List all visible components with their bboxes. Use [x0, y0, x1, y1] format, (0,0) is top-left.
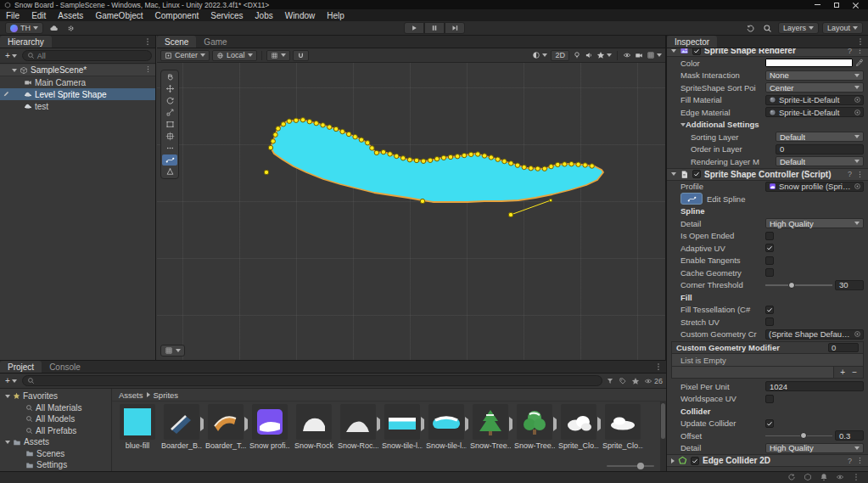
- pixel-per-unit-field[interactable]: 1024: [765, 381, 864, 391]
- tab-inspector[interactable]: Inspector: [667, 36, 717, 48]
- fill-tessellation-c-checkbox[interactable]: [765, 306, 774, 314]
- edit-spline-button[interactable]: [680, 193, 703, 205]
- spline-point[interactable]: [287, 119, 291, 123]
- adaptive-uv-checkbox[interactable]: [765, 244, 774, 252]
- spline-point[interactable]: [407, 157, 412, 161]
- grid-snap-dropdown[interactable]: [266, 50, 290, 61]
- tab-hierarchy[interactable]: Hierarchy: [0, 36, 52, 48]
- spline-point[interactable]: [563, 162, 567, 166]
- spline-point[interactable]: [264, 170, 268, 174]
- asset-tile[interactable]: Boarder_B...: [161, 404, 202, 450]
- stretch-uv-checkbox[interactable]: [765, 317, 774, 326]
- effects-dropdown[interactable]: [596, 51, 612, 59]
- spline-point[interactable]: [374, 150, 378, 154]
- list-header-custom-geometry-modifier[interactable]: Custom Geometry Modifier0: [671, 341, 864, 354]
- spline-point[interactable]: [542, 166, 546, 171]
- list-remove-button[interactable]: −: [852, 368, 857, 377]
- global-search-button[interactable]: [761, 22, 775, 34]
- edge-material-object-field[interactable]: Sprite-Lit-Default: [765, 107, 864, 117]
- project-tree-all-materials[interactable]: All Materials: [0, 402, 111, 414]
- spline-point[interactable]: [590, 164, 594, 168]
- spline-point[interactable]: [328, 125, 332, 129]
- layout-dropdown[interactable]: Layout: [822, 22, 863, 34]
- offset-value-field[interactable]: 0.3: [835, 430, 864, 441]
- hierarchy-menu-button[interactable]: [143, 36, 155, 48]
- spline-point[interactable]: [475, 152, 479, 156]
- spline-point[interactable]: [340, 129, 344, 133]
- kebab-menu-icon[interactable]: [856, 48, 864, 54]
- spline-point[interactable]: [455, 154, 459, 158]
- component-header-edge-collider-2d[interactable]: Edge Collider 2D?: [667, 454, 868, 467]
- spline-point[interactable]: [569, 161, 574, 166]
- color-swatch[interactable]: [765, 59, 853, 67]
- detail-dropdown[interactable]: High Quality: [765, 443, 864, 453]
- project-tree-scenes[interactable]: Scenes: [0, 448, 111, 460]
- spline-point[interactable]: [359, 138, 363, 142]
- window-maximize-button[interactable]: [834, 3, 839, 8]
- tangent-handle[interactable]: [511, 200, 551, 215]
- object-picker-icon[interactable]: [854, 96, 861, 104]
- spline-point[interactable]: [576, 162, 580, 166]
- spline-point[interactable]: [515, 163, 519, 167]
- project-scrollbar[interactable]: [660, 402, 666, 471]
- spriteshape-sort-poi-dropdown[interactable]: Center: [765, 82, 864, 93]
- camera-preview-toggle[interactable]: [635, 51, 643, 59]
- spline-point[interactable]: [268, 145, 272, 149]
- corner-threshold-value-field[interactable]: 30: [835, 280, 864, 290]
- breadcrumb-segment[interactable]: Sprites: [154, 390, 179, 400]
- play-button[interactable]: [404, 22, 424, 34]
- component-header-sprite-shape-controller-script[interactable]: Sprite Shape Controller (Script)?: [667, 168, 868, 181]
- search-by-type-icon[interactable]: [606, 377, 614, 385]
- order-in-layer-field[interactable]: 0: [776, 144, 864, 154]
- update-collider-checkbox[interactable]: [765, 419, 774, 428]
- available-tools-button[interactable]: [162, 143, 177, 154]
- component-enabled-checkbox[interactable]: [692, 48, 701, 55]
- sprite-shape-tool-button[interactable]: [162, 166, 177, 177]
- spline-point[interactable]: [395, 154, 399, 158]
- kebab-menu-icon[interactable]: [856, 457, 864, 464]
- asset-tile[interactable]: Snow-Roc...: [338, 404, 378, 450]
- spline-point[interactable]: [509, 161, 513, 166]
- asset-tile[interactable]: Sprite_Clo...: [558, 404, 599, 450]
- scene-canvas[interactable]: [157, 63, 665, 360]
- menu-services[interactable]: Services: [204, 9, 249, 21]
- spline-point[interactable]: [281, 122, 285, 126]
- spline-point[interactable]: [549, 164, 553, 168]
- spline-point[interactable]: [522, 165, 526, 169]
- view-tool-button[interactable]: [162, 71, 177, 82]
- inspector-menu-button[interactable]: [856, 36, 868, 48]
- hierarchy-item-main-camera[interactable]: Main Camera: [0, 76, 155, 88]
- spline-point[interactable]: [448, 154, 452, 159]
- tab-game[interactable]: Game: [196, 36, 234, 48]
- edit-spline-tool-button[interactable]: [162, 154, 177, 166]
- hierarchy-add-button[interactable]: +: [3, 51, 19, 60]
- list-add-button[interactable]: +: [840, 368, 845, 377]
- menu-file[interactable]: File: [0, 9, 25, 21]
- asset-tile[interactable]: Snow-Tree...: [470, 404, 511, 450]
- fill-material-object-field[interactable]: Sprite-Lit-Default: [765, 95, 864, 105]
- gizmos-dropdown[interactable]: [647, 51, 662, 59]
- corner-threshold-slider[interactable]: [765, 280, 832, 290]
- pause-button[interactable]: [424, 22, 445, 34]
- project-tree-all-models[interactable]: All Models: [0, 413, 111, 425]
- account-dropdown[interactable]: TH: [5, 22, 43, 34]
- spline-point[interactable]: [333, 126, 338, 131]
- transform-tool-button[interactable]: [162, 131, 177, 142]
- status-menu[interactable]: [852, 473, 860, 483]
- scene-audio-toggle[interactable]: [585, 51, 593, 59]
- cloud-button[interactable]: [47, 22, 60, 34]
- spline-point[interactable]: [428, 158, 432, 162]
- menu-help[interactable]: Help: [321, 9, 350, 21]
- project-tree-all-prefabs[interactable]: All Prefabs: [0, 425, 111, 437]
- help-icon[interactable]: ?: [848, 457, 852, 465]
- asset-tile[interactable]: Snow-tile-l...: [426, 404, 467, 450]
- notifications[interactable]: [820, 473, 828, 483]
- profile-object-field[interactable]: Snow profile (Sprite Shape): [765, 182, 864, 192]
- menu-edit[interactable]: Edit: [25, 9, 52, 21]
- spline-point[interactable]: [300, 118, 305, 122]
- spline-point[interactable]: [535, 166, 540, 171]
- additional-settings-row[interactable]: Additional Settings: [667, 119, 868, 132]
- scene-visibility-status[interactable]: [836, 473, 844, 483]
- spline-point[interactable]: [496, 157, 500, 161]
- tab-console[interactable]: Console: [42, 361, 88, 373]
